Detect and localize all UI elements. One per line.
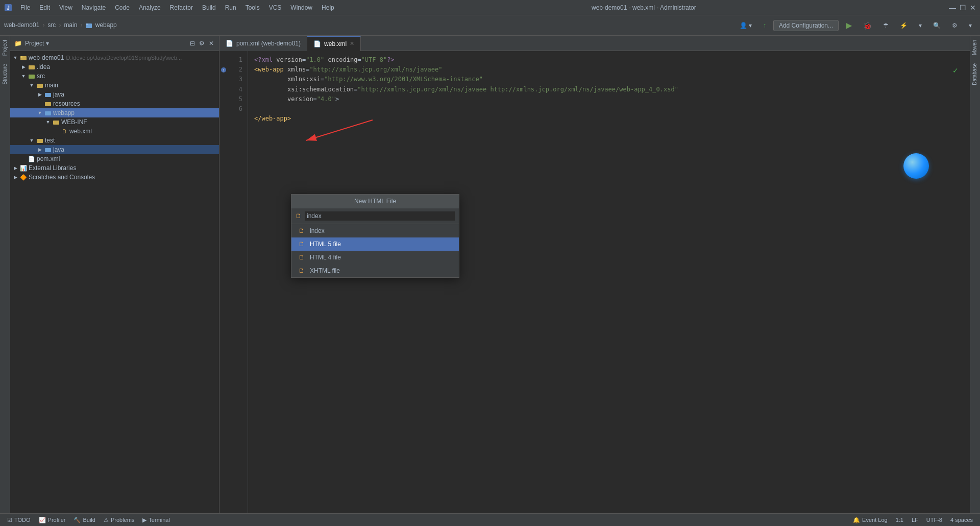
extra-button[interactable]: ▾ [965, 20, 976, 31]
gutter-marker-2: ! [219, 65, 228, 75]
popup-item-html4[interactable]: 🗋 HTML 4 file [291, 251, 459, 264]
tree-item-webxml[interactable]: ▶ 🗋 web.xml [10, 127, 219, 136]
menu-tools[interactable]: Tools [241, 3, 264, 12]
menu-window[interactable]: Window [286, 3, 316, 12]
popup-input-row: 🗋 [291, 208, 459, 224]
problems-label: Problems [111, 517, 134, 523]
run-button[interactable]: ▶ [842, 18, 856, 32]
update-button[interactable]: ↑ [759, 20, 770, 31]
maven-panel-tab[interactable]: Maven [970, 36, 980, 59]
project-tab[interactable]: Project [1, 36, 9, 60]
menu-file[interactable]: File [16, 3, 34, 12]
menu-vcs[interactable]: VCS [265, 3, 286, 12]
scratches-icon: 🔶 [20, 174, 27, 181]
profile-button[interactable]: 👤 ▾ [736, 20, 756, 31]
tab-webxml[interactable]: 📄 web.xml ✕ [307, 36, 361, 51]
problems-button[interactable]: ⚠ Problems [101, 516, 137, 524]
right-side-panels: Maven Database [970, 36, 980, 513]
menu-run[interactable]: Run [221, 3, 240, 12]
tree-root[interactable]: ▼ web-demo01 D:\develop\JavaDevelop\01Sp… [10, 53, 219, 62]
svg-rect-13 [37, 139, 43, 143]
settings-panel-button[interactable]: ⚙ [198, 39, 206, 48]
menu-help[interactable]: Help [317, 3, 338, 12]
code-editor[interactable]: <?xml version="1.0" encoding="UTF-8"?> <… [248, 51, 970, 513]
tree-item-test-java[interactable]: ▶ java [10, 145, 219, 154]
menu-build[interactable]: Build [198, 3, 220, 12]
line-separator[interactable]: LF [909, 516, 921, 524]
tree-item-resources[interactable]: ▶ resources [10, 99, 219, 108]
svg-rect-10 [45, 102, 51, 106]
line-sep-label: LF [912, 517, 918, 523]
tree-item-test[interactable]: ▼ test [10, 136, 219, 145]
more-run-button[interactable]: ▾ [915, 20, 926, 31]
xhtml-file-icon: 🗋 [298, 267, 306, 275]
cursor-position[interactable]: 1:1 [893, 516, 906, 524]
structure-tab-left[interactable]: Structure [1, 60, 9, 89]
menu-view[interactable]: View [55, 3, 77, 12]
svg-text:!: ! [223, 68, 224, 73]
tree-item-webapp-label: webapp [53, 109, 75, 116]
tree-item-extlibs[interactable]: ▶ 📊 External Libraries [10, 163, 219, 173]
coverage-button[interactable]: ☂ [879, 20, 893, 31]
profiler-label: Profiler [48, 517, 66, 523]
maximize-button[interactable]: ☐ [960, 5, 966, 11]
encoding-button[interactable]: UTF-8 [923, 516, 945, 524]
pom-file-icon: 📄 [28, 155, 35, 162]
collapse-all-button[interactable]: ⊟ [189, 39, 196, 48]
new-file-name-input[interactable] [305, 211, 455, 221]
tree-root-label: web-demo01 [29, 54, 64, 61]
tree-item-main[interactable]: ▼ main [10, 81, 219, 90]
popup-item-html4-label: HTML 4 file [310, 254, 341, 261]
add-configuration-button[interactable]: Add Configuration... [773, 20, 839, 31]
todo-button[interactable]: ☑ TODO [4, 516, 34, 524]
minimize-button[interactable]: — [949, 5, 955, 11]
settings-button[interactable]: ⚙ [948, 20, 962, 31]
test-java-folder-icon [44, 146, 52, 153]
tree-item-webxml-label: web.xml [69, 128, 92, 135]
tree-item-webinf[interactable]: ▼ WEB-INF [10, 117, 219, 127]
popup-item-index[interactable]: 🗋 index [291, 224, 459, 237]
html4-file-icon: 🗋 [298, 253, 306, 261]
window-title: web-demo01 - web.xml - Administrator [338, 4, 949, 11]
popup-item-xhtml[interactable]: 🗋 XHTML file [291, 264, 459, 277]
menu-navigate[interactable]: Navigate [78, 3, 110, 12]
debug-button[interactable]: 🐞 [859, 19, 876, 32]
profile-run-button[interactable]: ⚡ [896, 20, 912, 31]
tree-item-scratches[interactable]: ▶ 🔶 Scratches and Consoles [10, 173, 219, 182]
close-panel-button[interactable]: ✕ [208, 39, 215, 48]
database-panel-tab[interactable]: Database [970, 59, 980, 89]
breadcrumb-main[interactable]: main [64, 21, 77, 29]
breadcrumb-src[interactable]: src [47, 21, 56, 29]
tree-item-webapp[interactable]: ▼ webapp [10, 108, 219, 117]
menu-edit[interactable]: Edit [35, 3, 54, 12]
menu-refactor[interactable]: Refactor [166, 3, 197, 12]
project-panel-title: Project ▾ [25, 40, 49, 47]
tab-webxml-close[interactable]: ✕ [350, 40, 354, 47]
position-label: 1:1 [896, 517, 903, 523]
close-button[interactable]: ✕ [970, 5, 976, 11]
terminal-button[interactable]: ▶ Terminal [139, 516, 173, 524]
title-bar: J File Edit View Navigate Code Analyze R… [0, 0, 980, 15]
build-button[interactable]: 🔨 Build [70, 516, 98, 524]
event-log-button[interactable]: 🔔 Event Log [850, 516, 891, 524]
breadcrumb-folder[interactable]: webapp [85, 21, 116, 29]
tree-item-idea[interactable]: ▶ .idea [10, 62, 219, 71]
check-indicator: ✓ [952, 66, 959, 75]
tree-item-src[interactable]: ▼ src [10, 71, 219, 81]
event-log-label: Event Log [862, 517, 888, 523]
tab-pom[interactable]: 📄 pom.xml (web-demo01) [219, 36, 307, 51]
breadcrumb-project[interactable]: web-demo01 [4, 21, 39, 29]
app-icon: J [4, 4, 12, 12]
menu-analyze[interactable]: Analyze [135, 3, 165, 12]
tree-item-main-label: main [45, 82, 58, 89]
tree-item-java[interactable]: ▶ java [10, 90, 219, 99]
idea-folder-icon [28, 63, 35, 70]
new-html-file-popup: New HTML File 🗋 🗋 index 🗋 HTML 5 file 🗋 … [291, 194, 459, 278]
popup-item-html5[interactable]: 🗋 HTML 5 file [291, 237, 459, 251]
tree-item-pom[interactable]: ▶ 📄 pom.xml [10, 154, 219, 163]
indent-button[interactable]: 4 spaces [947, 516, 976, 524]
search-everywhere-button[interactable]: 🔍 [929, 20, 945, 31]
profiler-button[interactable]: 📈 Profiler [36, 516, 69, 524]
menu-code[interactable]: Code [111, 3, 134, 12]
tree-item-pom-label: pom.xml [37, 155, 60, 162]
